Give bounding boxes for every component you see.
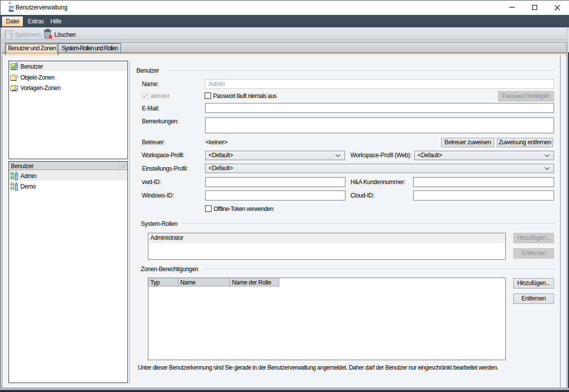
svg-text:pm: pm xyxy=(9,4,14,9)
